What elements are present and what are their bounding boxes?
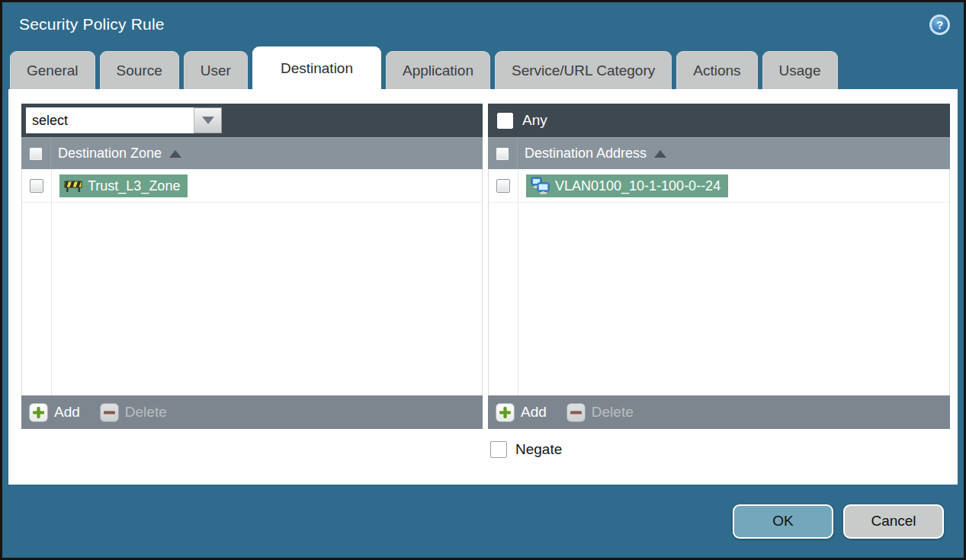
tab-general[interactable]: General [10, 51, 95, 89]
tab-application[interactable]: Application [386, 51, 490, 89]
address-list: VLAN0100_10-1-100-0--24 [488, 169, 950, 395]
zone-barrier-icon [64, 178, 82, 193]
zone-filter-bar [21, 104, 483, 137]
zone-column-sort-header[interactable]: Destination Zone [50, 138, 483, 169]
sort-ascending-icon [169, 150, 181, 158]
any-checkbox[interactable] [497, 113, 513, 129]
any-bar: Any [488, 104, 950, 137]
address-column-header: Destination Address [488, 137, 950, 169]
column-separator [518, 169, 518, 395]
zone-filter-combobox [26, 107, 222, 133]
address-panel-toolbar: Add Delete [488, 395, 950, 429]
zone-name: Trust_L3_Zone [88, 177, 180, 195]
tab-actions[interactable]: Actions [676, 51, 757, 89]
tab-source[interactable]: Source [100, 51, 179, 89]
zone-list: Trust_L3_Zone [21, 169, 483, 395]
tab-service-url-category[interactable]: Service/URL Category [495, 51, 672, 89]
dialog-title: Security Policy Rule [19, 15, 165, 34]
table-row: VLAN0100_10-1-100-0--24 [489, 169, 949, 203]
tab-destination[interactable]: Destination [252, 46, 381, 89]
ok-button[interactable]: OK [733, 504, 833, 539]
table-row: Trust_L3_Zone [22, 169, 482, 203]
negate-checkbox[interactable] [490, 441, 507, 458]
column-separator [51, 169, 52, 395]
add-zone-button[interactable]: Add [29, 403, 80, 422]
address-value-chip[interactable]: VLAN0100_10-1-100-0--24 [526, 174, 728, 197]
tab-user[interactable]: User [184, 51, 248, 89]
delete-address-button[interactable]: Delete [566, 403, 634, 422]
any-label: Any [522, 112, 547, 129]
address-select-all-checkbox[interactable] [496, 147, 509, 161]
address-name: VLAN0100_10-1-100-0--24 [555, 177, 720, 195]
address-column-sort-header[interactable]: Destination Address [517, 138, 950, 169]
minus-icon [100, 403, 119, 422]
sort-ascending-icon [654, 150, 666, 158]
cancel-button[interactable]: Cancel [843, 504, 944, 539]
zone-panel-toolbar: Add Delete [21, 395, 483, 429]
tab-usage[interactable]: Usage [762, 51, 838, 89]
destination-zone-panel: Destination Zone [21, 104, 483, 429]
address-column-label: Destination Address [525, 146, 647, 162]
help-icon[interactable]: ? [929, 14, 950, 35]
zone-select-all-checkbox[interactable] [29, 147, 43, 161]
delete-zone-button[interactable]: Delete [100, 403, 167, 422]
zone-filter-dropdown-button[interactable] [194, 107, 222, 133]
security-policy-rule-dialog: Security Policy Rule ? General Source Us… [0, 0, 966, 560]
negate-label: Negate [515, 441, 562, 458]
zone-value-chip[interactable]: Trust_L3_Zone [59, 174, 188, 197]
zone-filter-input[interactable] [26, 107, 194, 133]
add-address-button[interactable]: Add [496, 403, 547, 422]
address-row-checkbox[interactable] [496, 179, 510, 193]
network-computers-icon [531, 177, 550, 194]
destination-address-panel: Any Destination Address [488, 104, 950, 429]
tab-strip: General Source User Destination Applicat… [2, 46, 964, 89]
zone-row-checkbox[interactable] [30, 179, 43, 193]
minus-icon [566, 403, 586, 422]
zone-column-header: Destination Zone [21, 137, 483, 169]
title-bar: Security Policy Rule ? [2, 2, 964, 46]
plus-icon [29, 403, 48, 422]
zone-column-label: Destination Zone [58, 146, 162, 162]
destination-tab-content: Destination Zone [8, 89, 958, 485]
chevron-down-icon [202, 117, 214, 124]
negate-row: Negate [490, 441, 562, 458]
plus-icon [496, 403, 515, 422]
dialog-button-bar: OK Cancel [2, 485, 964, 558]
